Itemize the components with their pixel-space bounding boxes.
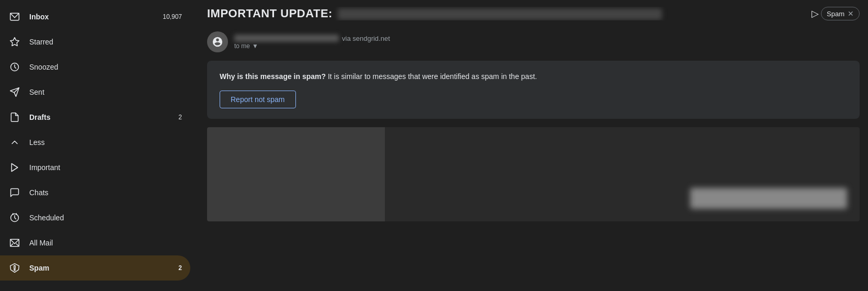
sender-avatar [207,31,228,52]
sender-name-blurred [234,35,339,42]
to-label: to me [234,42,250,50]
spam-warning-description: It is similar to messages that were iden… [328,72,537,81]
spam-icon [8,262,21,274]
sender-name-line: via sendgrid.net [234,35,390,42]
email-main: IMPORTANT UPDATE: ▷ Spam ✕ via sendgrid.… [199,0,868,291]
sidebar-label-snoozed: Snoozed [29,63,182,71]
chats-icon [8,186,21,199]
sidebar-label-drafts: Drafts [29,113,178,121]
sidebar-count-spam: 2 [178,264,182,272]
sidebar-item-inbox[interactable]: Inbox 10,907 [0,4,190,29]
all-mail-icon [8,237,21,249]
sidebar-item-snoozed[interactable]: Snoozed [0,54,190,80]
sidebar-item-all-mail[interactable]: All Mail [0,230,190,255]
email-body-left-panel [207,127,385,221]
sidebar-item-starred[interactable]: Starred [0,29,190,54]
sidebar: Inbox 10,907 Starred Snoozed Sent Drafts… [0,0,199,291]
email-body-preview [207,127,860,221]
email-body-blurred-content [690,188,847,209]
clock-icon [8,61,21,73]
svg-marker-5 [12,164,18,172]
sidebar-label-less: Less [29,138,182,147]
sidebar-item-less[interactable]: Less [0,130,190,155]
sidebar-label-starred: Starred [29,38,182,46]
drafts-icon [8,111,21,124]
sender-to[interactable]: to me ▼ [234,42,390,50]
sender-row: via sendgrid.net to me ▼ [199,27,868,57]
subject-prefix: IMPORTANT UPDATE: [207,7,333,20]
email-header: IMPORTANT UPDATE: ▷ Spam ✕ [199,0,868,27]
important-icon [8,161,21,174]
report-not-spam-button[interactable]: Report not spam [220,91,296,108]
spam-badge[interactable]: Spam ✕ [821,7,860,20]
spam-badge-area: ▷ Spam ✕ [812,7,860,20]
sidebar-label-all-mail: All Mail [29,239,182,247]
sender-info: via sendgrid.net to me ▼ [234,35,390,50]
sidebar-label-sent: Sent [29,88,182,96]
sidebar-item-drafts[interactable]: Drafts 2 [0,105,190,130]
spam-badge-label: Spam [827,10,844,18]
sidebar-item-important[interactable]: Important [0,155,190,180]
inbox-icon [8,10,21,23]
sidebar-item-scheduled[interactable]: Scheduled [0,205,190,230]
spam-tag-icon[interactable]: ▷ [812,8,819,19]
subject-blurred [338,8,662,20]
sender-via: via sendgrid.net [342,35,390,42]
sidebar-item-spam[interactable]: Spam 2 [0,255,190,281]
sidebar-item-sent[interactable]: Sent [0,80,190,105]
spam-badge-close-icon[interactable]: ✕ [848,9,854,18]
star-icon [8,36,21,48]
spam-warning-question: Why is this message in spam? [220,72,326,81]
sidebar-label-scheduled: Scheduled [29,214,182,222]
svg-marker-1 [10,38,19,46]
email-body-right-panel [385,127,860,221]
sidebar-count-inbox: 10,907 [163,13,182,20]
sidebar-count-drafts: 2 [178,114,182,121]
spam-warning-text: Why is this message in spam? It is simil… [220,71,847,82]
sidebar-label-important: Important [29,163,182,172]
sidebar-label-spam: Spam [29,264,178,272]
scheduled-icon [8,211,21,224]
chevron-down-icon: ▼ [252,42,258,50]
spam-warning-box: Why is this message in spam? It is simil… [207,61,860,119]
sidebar-label-chats: Chats [29,188,182,197]
email-subject: IMPORTANT UPDATE: [207,7,807,20]
chevron-up-icon [8,136,21,149]
send-icon [8,86,21,98]
sidebar-label-inbox: Inbox [29,13,163,21]
sidebar-item-chats[interactable]: Chats [0,180,190,205]
